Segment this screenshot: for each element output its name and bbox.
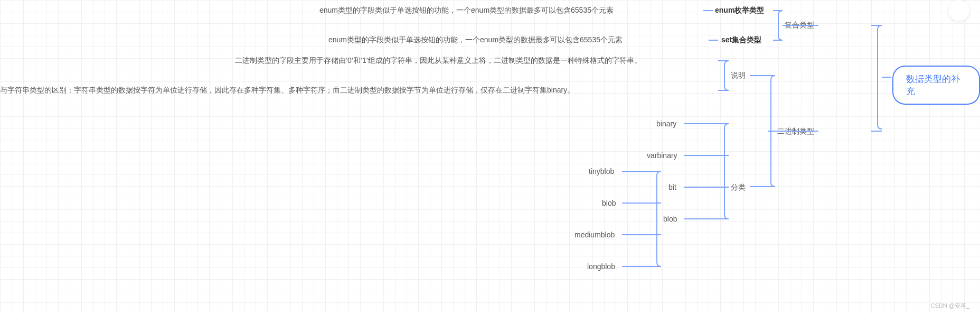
node-set[interactable]: set集合类型: [721, 35, 761, 45]
node-bit[interactable]: bit: [668, 182, 676, 193]
node-binary-type[interactable]: 二进制类型: [777, 126, 814, 137]
node-blob2[interactable]: blob: [602, 198, 616, 209]
node-set-desc: enum类型的字段类似于单选按钮的功能，一个enum类型的数据最多可以包含655…: [328, 35, 623, 45]
connectors: [0, 0, 980, 313]
node-mediumblob[interactable]: mediumblob: [574, 230, 615, 241]
node-varbinary[interactable]: varbinary: [647, 151, 677, 161]
node-enum[interactable]: enum枚举类型: [715, 5, 764, 16]
floating-action-button[interactable]: [948, 0, 969, 21]
node-longblob[interactable]: longblob: [587, 262, 615, 272]
watermark: CSDN @安苒_: [930, 302, 969, 310]
node-explain-desc2: 与字符串类型的区别：字符串类型的数据按字符为单位进行存储，因此存在多种字符集、多…: [0, 85, 574, 96]
root-node[interactable]: 数据类型的补充: [892, 66, 980, 105]
node-tinyblob[interactable]: tinyblob: [589, 167, 614, 177]
node-explain[interactable]: 说明: [731, 70, 746, 81]
node-enum-desc: enum类型的字段类似于单选按钮的功能，一个enum类型的数据最多可以包含655…: [319, 5, 614, 16]
node-composite[interactable]: 复合类型: [785, 20, 814, 31]
node-classify[interactable]: 分类: [731, 182, 746, 193]
node-blob[interactable]: blob: [663, 214, 677, 225]
node-explain-desc1: 二进制类型的字段主要用于存储由‘0’和‘1’组成的字符串，因此从某种意义上将，二…: [235, 56, 642, 66]
node-binary[interactable]: binary: [656, 119, 676, 130]
